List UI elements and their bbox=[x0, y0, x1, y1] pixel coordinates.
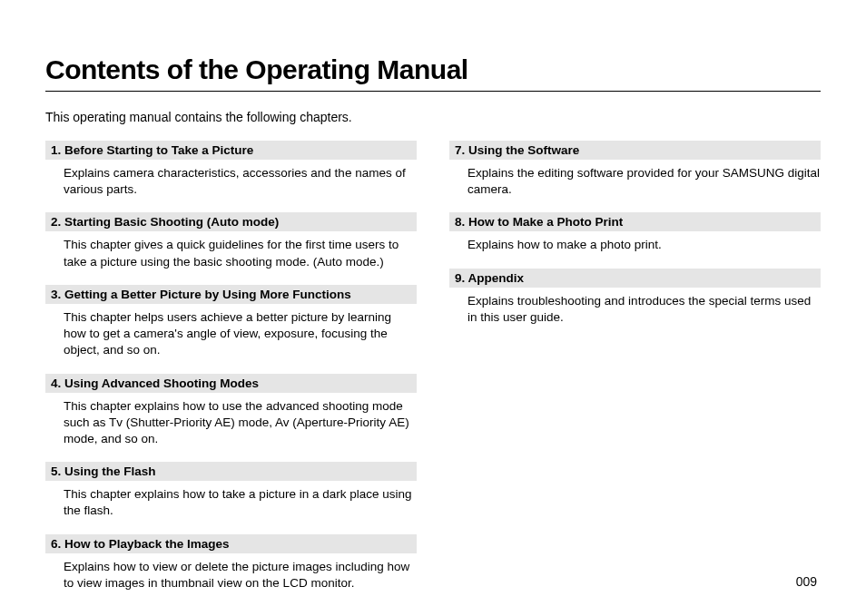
toc-section-body: Explains the editing software provided f… bbox=[449, 160, 821, 198]
left-column: 1. Before Starting to Take a Picture Exp… bbox=[45, 141, 417, 606]
toc-section: 2. Starting Basic Shooting (Auto mode) T… bbox=[45, 212, 417, 269]
toc-section-header: 9. Appendix bbox=[449, 269, 821, 288]
toc-section: 4. Using Advanced Shooting Modes This ch… bbox=[45, 374, 417, 448]
toc-section-body: This chapter explains how to take a pict… bbox=[45, 481, 417, 519]
title-rule bbox=[45, 91, 821, 92]
toc-section-header: 5. Using the Flash bbox=[45, 462, 417, 481]
toc-section: 7. Using the Software Explains the editi… bbox=[449, 141, 821, 198]
page-title: Contents of the Operating Manual bbox=[45, 54, 821, 85]
toc-section-body: This chapter explains how to use the adv… bbox=[45, 393, 417, 448]
toc-section-body: This chapter gives a quick guidelines fo… bbox=[45, 231, 417, 269]
toc-section-header: 3. Getting a Better Picture by Using Mor… bbox=[45, 285, 417, 304]
toc-section-body: Explains how to make a photo print. bbox=[449, 231, 821, 253]
toc-section: 3. Getting a Better Picture by Using Mor… bbox=[45, 285, 417, 359]
page-number: 009 bbox=[796, 574, 817, 589]
document-page: Contents of the Operating Manual This op… bbox=[0, 0, 866, 616]
content-columns: 1. Before Starting to Take a Picture Exp… bbox=[45, 141, 821, 606]
toc-section-body: This chapter helps users achieve a bette… bbox=[45, 304, 417, 359]
toc-section-body: Explains troubleshooting and introduces … bbox=[449, 288, 821, 326]
toc-section-header: 7. Using the Software bbox=[449, 141, 821, 160]
toc-section: 6. How to Playback the Images Explains h… bbox=[45, 534, 417, 592]
toc-section-header: 8. How to Make a Photo Print bbox=[449, 212, 821, 231]
toc-section-body: Explains how to view or delete the pictu… bbox=[45, 553, 417, 592]
toc-section: 1. Before Starting to Take a Picture Exp… bbox=[45, 141, 417, 198]
toc-section-header: 1. Before Starting to Take a Picture bbox=[45, 141, 417, 160]
toc-section: 8. How to Make a Photo Print Explains ho… bbox=[449, 212, 821, 253]
toc-section: 5. Using the Flash This chapter explains… bbox=[45, 462, 417, 519]
toc-section-header: 4. Using Advanced Shooting Modes bbox=[45, 374, 417, 393]
toc-section-header: 2. Starting Basic Shooting (Auto mode) bbox=[45, 212, 417, 231]
intro-text: This operating manual contains the follo… bbox=[45, 110, 821, 124]
right-column: 7. Using the Software Explains the editi… bbox=[449, 141, 821, 606]
toc-section-body: Explains camera characteristics, accesso… bbox=[45, 160, 417, 198]
toc-section-header: 6. How to Playback the Images bbox=[45, 534, 417, 553]
toc-section: 9. Appendix Explains troubleshooting and… bbox=[449, 269, 821, 326]
